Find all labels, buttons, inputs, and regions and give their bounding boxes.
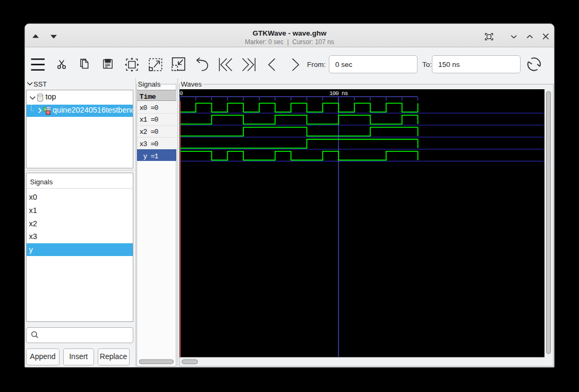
svg-text:0: 0 xyxy=(180,90,183,97)
svg-text:100 ns: 100 ns xyxy=(329,90,348,97)
